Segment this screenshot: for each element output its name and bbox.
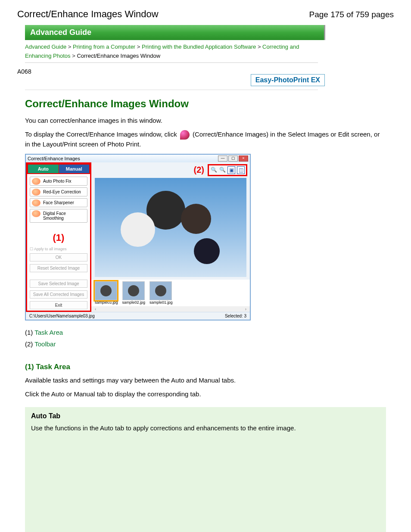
thumbnail[interactable]: sample03.jpg [95, 281, 118, 305]
thumbnail-strip: sample03.jpg sample02.jpg sample01.jpg [91, 280, 250, 306]
thumb-label: sample03.jpg [95, 300, 118, 305]
app-window: Correct/Enhance Images — ▢ × Auto Manual… [25, 154, 251, 320]
task-label: Digital Face Smoothing [43, 211, 66, 221]
link-task-area[interactable]: Task Area [34, 329, 63, 336]
face-sharpener-button[interactable]: Face Sharpener [30, 198, 87, 207]
eye-icon [32, 189, 40, 196]
close-button[interactable]: × [239, 156, 248, 162]
auto-tab-text: Use the functions in the Auto tab to app… [31, 424, 380, 432]
scroll-left[interactable]: ‹ [95, 307, 96, 311]
page-number: Page 175 of 759 pages [309, 10, 394, 19]
task-label: Red-Eye Correction [43, 190, 81, 194]
breadcrumb-sep: > [68, 44, 72, 50]
intro-paragraph: You can correct/enhance images in this w… [25, 116, 386, 126]
breadcrumb-link[interactable]: Advanced Guide [25, 44, 66, 50]
guide-banner: Advanced Guide [25, 25, 325, 40]
tab-manual[interactable]: Manual [59, 164, 90, 174]
status-path: C:\Users\UserName\sample03.jpg [29, 314, 95, 318]
save-all-button[interactable]: Save All Corrected Images [30, 290, 87, 299]
breadcrumb-current: Correct/Enhance Images Window [77, 53, 160, 59]
task-area-heading: (1) Task Area [25, 363, 386, 371]
save-selected-button[interactable]: Save Selected Image [30, 280, 87, 288]
ok-button[interactable]: OK [30, 253, 87, 261]
status-selected: Selected: 3 [225, 314, 246, 318]
face-icon [32, 178, 40, 185]
face-smoothing-button[interactable]: Digital Face Smoothing [30, 209, 87, 223]
task-label: Auto Photo Fix [43, 179, 72, 184]
breadcrumb: Advanced Guide > Printing from a Compute… [25, 43, 318, 61]
thumbnail[interactable]: sample02.jpg [122, 281, 146, 305]
zoom-in-icon[interactable]: 🔍 [210, 166, 217, 173]
task-area-p2: Click the Auto or Manual tab to display … [25, 389, 386, 399]
section-heading: Correct/Enhance Images Window [25, 98, 394, 110]
link-num: (2) [25, 340, 34, 348]
breadcrumb-sep: > [137, 44, 140, 50]
exit-button[interactable]: Exit [30, 301, 87, 309]
preview-image [95, 178, 246, 277]
tab-auto[interactable]: Auto [27, 164, 59, 174]
reset-button[interactable]: Reset Selected Image [30, 264, 87, 272]
app-titlebar: Correct/Enhance Images — ▢ × [26, 155, 250, 162]
callout-2: (2) [194, 165, 204, 175]
breadcrumb-sep: > [258, 44, 261, 50]
link-toolbar[interactable]: Toolbar [34, 340, 56, 348]
toolbar: (2) 🔍 🔍 ▣ ◫ [91, 162, 250, 177]
doc-code: A068 [17, 68, 394, 75]
task-label: Face Sharpener [43, 200, 74, 205]
minimize-button[interactable]: — [218, 156, 227, 162]
apply-all-label: Apply to all images [34, 247, 67, 251]
auto-tab-box: Auto Tab Use the functions in the Auto t… [25, 407, 386, 532]
auto-tab-heading: Auto Tab [31, 412, 380, 420]
scroll-right[interactable]: › [245, 307, 246, 311]
apply-all-checkbox[interactable]: ☐ Apply to all images [27, 246, 90, 252]
task-area-p1: Available tasks and settings may vary be… [25, 376, 386, 386]
face-icon [32, 210, 40, 217]
zoom-out-icon[interactable]: 🔍 [219, 166, 226, 173]
breadcrumb-link[interactable]: Printing from a Computer [73, 44, 135, 50]
compare-icon[interactable]: ◫ [237, 166, 245, 174]
callout-1: (1) [27, 232, 90, 243]
face-icon [32, 199, 40, 206]
auto-photo-fix-button[interactable]: Auto Photo Fix [30, 177, 87, 186]
status-bar: C:\Users\UserName\sample03.jpg Selected:… [26, 312, 250, 320]
link-num: (1) [25, 329, 34, 336]
page-title: Correct/Enhance Images Window [17, 9, 159, 20]
product-badge: Easy-PhotoPrint EX [251, 74, 325, 86]
palette-icon [180, 130, 190, 140]
breadcrumb-sep: > [72, 53, 75, 59]
thumb-label: sample01.jpg [149, 300, 173, 305]
breadcrumb-link[interactable]: Printing with the Bundled Application So… [142, 44, 256, 50]
red-eye-button[interactable]: Red-Eye Correction [30, 187, 87, 196]
fit-icon[interactable]: ▣ [227, 166, 235, 174]
app-title: Correct/Enhance Images [28, 156, 80, 161]
thumb-label: sample02.jpg [122, 300, 146, 305]
intro-text-a: To display the Correct/Enhance Images wi… [25, 131, 179, 138]
intro-paragraph-2: To display the Correct/Enhance Images wi… [25, 130, 386, 149]
thumbnail[interactable]: sample01.jpg [149, 281, 173, 305]
task-area: Auto Manual Auto Photo Fix Red-Eye Corre… [26, 162, 91, 312]
maximize-button[interactable]: ▢ [228, 156, 238, 162]
